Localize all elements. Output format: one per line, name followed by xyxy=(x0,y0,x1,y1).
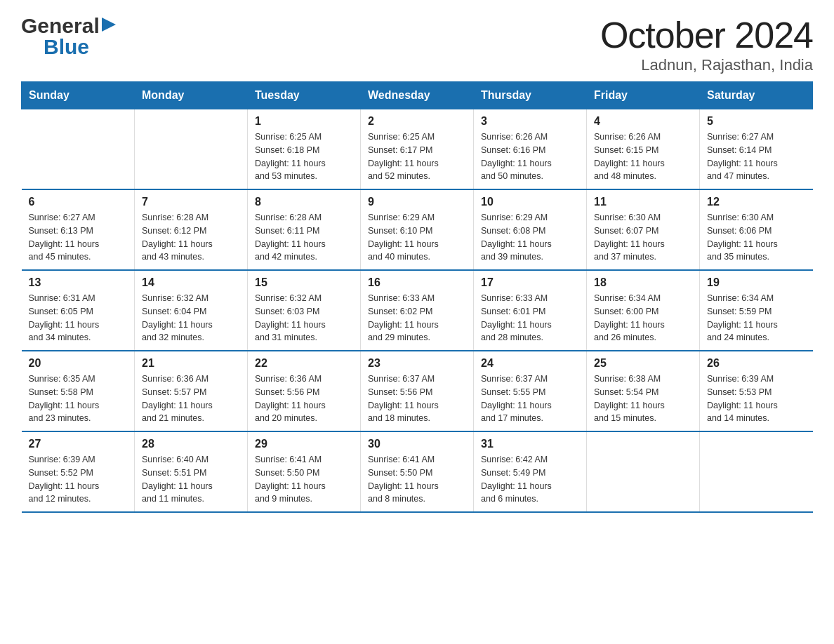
day-number: 5 xyxy=(707,115,806,128)
calendar-cell: 25Sunrise: 6:38 AM Sunset: 5:54 PM Dayli… xyxy=(587,351,700,431)
logo-general-text: General xyxy=(21,14,100,38)
day-info: Sunrise: 6:26 AM Sunset: 6:15 PM Dayligh… xyxy=(594,130,692,183)
title-section: October 2024 Ladnun, Rajasthan, India xyxy=(600,14,813,74)
day-number: 21 xyxy=(142,357,240,370)
calendar-cell: 19Sunrise: 6:34 AM Sunset: 5:59 PM Dayli… xyxy=(700,270,813,351)
calendar-header-row: SundayMondayTuesdayWednesdayThursdayFrid… xyxy=(22,82,813,109)
day-number: 31 xyxy=(481,438,579,450)
day-number: 11 xyxy=(594,196,692,208)
day-number: 20 xyxy=(29,357,128,370)
calendar-week-row: 6Sunrise: 6:27 AM Sunset: 6:13 PM Daylig… xyxy=(22,189,813,270)
calendar-week-row: 20Sunrise: 6:35 AM Sunset: 5:58 PM Dayli… xyxy=(22,351,813,431)
calendar-cell: 13Sunrise: 6:31 AM Sunset: 6:05 PM Dayli… xyxy=(22,270,135,351)
day-number: 8 xyxy=(255,196,353,208)
page-header: General Blue October 2024 Ladnun, Rajast… xyxy=(21,14,813,74)
day-info: Sunrise: 6:28 AM Sunset: 6:12 PM Dayligh… xyxy=(142,211,240,264)
day-number: 18 xyxy=(594,276,692,289)
day-number: 12 xyxy=(707,196,806,208)
calendar-cell: 5Sunrise: 6:27 AM Sunset: 6:14 PM Daylig… xyxy=(700,109,813,190)
header-day-thursday: Thursday xyxy=(474,82,587,109)
day-number: 23 xyxy=(368,357,466,370)
calendar-cell: 4Sunrise: 6:26 AM Sunset: 6:15 PM Daylig… xyxy=(587,109,700,190)
day-info: Sunrise: 6:26 AM Sunset: 6:16 PM Dayligh… xyxy=(481,130,579,183)
day-info: Sunrise: 6:37 AM Sunset: 5:56 PM Dayligh… xyxy=(368,373,466,425)
day-number: 17 xyxy=(481,276,579,289)
day-info: Sunrise: 6:33 AM Sunset: 6:02 PM Dayligh… xyxy=(368,292,466,344)
day-number: 27 xyxy=(29,438,128,450)
calendar-cell: 7Sunrise: 6:28 AM Sunset: 6:12 PM Daylig… xyxy=(135,189,248,270)
calendar-cell xyxy=(135,109,248,190)
day-info: Sunrise: 6:32 AM Sunset: 6:03 PM Dayligh… xyxy=(255,292,353,344)
calendar-cell: 29Sunrise: 6:41 AM Sunset: 5:50 PM Dayli… xyxy=(248,431,361,512)
day-info: Sunrise: 6:29 AM Sunset: 6:08 PM Dayligh… xyxy=(481,211,579,264)
header-day-sunday: Sunday xyxy=(22,82,135,109)
day-number: 6 xyxy=(29,196,128,208)
calendar-cell: 28Sunrise: 6:40 AM Sunset: 5:51 PM Dayli… xyxy=(135,431,248,512)
calendar-cell xyxy=(700,431,813,512)
calendar-cell: 3Sunrise: 6:26 AM Sunset: 6:16 PM Daylig… xyxy=(474,109,587,190)
day-info: Sunrise: 6:40 AM Sunset: 5:51 PM Dayligh… xyxy=(142,453,240,506)
day-number: 28 xyxy=(142,438,240,450)
day-number: 14 xyxy=(142,276,240,289)
header-day-saturday: Saturday xyxy=(700,82,813,109)
day-number: 10 xyxy=(481,196,579,208)
day-info: Sunrise: 6:31 AM Sunset: 6:05 PM Dayligh… xyxy=(29,292,128,344)
day-number: 2 xyxy=(368,115,466,128)
day-number: 30 xyxy=(368,438,466,450)
calendar-table: SundayMondayTuesdayWednesdayThursdayFrid… xyxy=(21,81,813,513)
svg-marker-0 xyxy=(102,18,116,32)
day-info: Sunrise: 6:33 AM Sunset: 6:01 PM Dayligh… xyxy=(481,292,579,344)
day-info: Sunrise: 6:41 AM Sunset: 5:50 PM Dayligh… xyxy=(368,453,466,506)
month-title: October 2024 xyxy=(600,14,813,56)
calendar-cell: 27Sunrise: 6:39 AM Sunset: 5:52 PM Dayli… xyxy=(22,431,135,512)
day-number: 25 xyxy=(594,357,692,370)
day-info: Sunrise: 6:36 AM Sunset: 5:57 PM Dayligh… xyxy=(142,373,240,425)
day-info: Sunrise: 6:41 AM Sunset: 5:50 PM Dayligh… xyxy=(255,453,353,506)
day-info: Sunrise: 6:29 AM Sunset: 6:10 PM Dayligh… xyxy=(368,211,466,264)
day-info: Sunrise: 6:37 AM Sunset: 5:55 PM Dayligh… xyxy=(481,373,579,425)
calendar-cell: 26Sunrise: 6:39 AM Sunset: 5:53 PM Dayli… xyxy=(700,351,813,431)
calendar-cell: 30Sunrise: 6:41 AM Sunset: 5:50 PM Dayli… xyxy=(361,431,474,512)
day-number: 13 xyxy=(29,276,128,289)
day-info: Sunrise: 6:30 AM Sunset: 6:07 PM Dayligh… xyxy=(594,211,692,264)
day-info: Sunrise: 6:42 AM Sunset: 5:49 PM Dayligh… xyxy=(481,453,579,506)
calendar-cell: 21Sunrise: 6:36 AM Sunset: 5:57 PM Dayli… xyxy=(135,351,248,431)
calendar-week-row: 1Sunrise: 6:25 AM Sunset: 6:18 PM Daylig… xyxy=(22,109,813,190)
day-info: Sunrise: 6:39 AM Sunset: 5:53 PM Dayligh… xyxy=(707,373,806,425)
day-number: 9 xyxy=(368,196,466,208)
day-number: 19 xyxy=(707,276,806,289)
day-number: 16 xyxy=(368,276,466,289)
calendar-cell: 16Sunrise: 6:33 AM Sunset: 6:02 PM Dayli… xyxy=(361,270,474,351)
calendar-cell: 20Sunrise: 6:35 AM Sunset: 5:58 PM Dayli… xyxy=(22,351,135,431)
day-info: Sunrise: 6:27 AM Sunset: 6:14 PM Dayligh… xyxy=(707,130,806,183)
calendar-cell: 10Sunrise: 6:29 AM Sunset: 6:08 PM Dayli… xyxy=(474,189,587,270)
header-day-tuesday: Tuesday xyxy=(248,82,361,109)
calendar-week-row: 13Sunrise: 6:31 AM Sunset: 6:05 PM Dayli… xyxy=(22,270,813,351)
day-info: Sunrise: 6:39 AM Sunset: 5:52 PM Dayligh… xyxy=(29,453,128,506)
calendar-cell: 17Sunrise: 6:33 AM Sunset: 6:01 PM Dayli… xyxy=(474,270,587,351)
day-number: 15 xyxy=(255,276,353,289)
calendar-cell: 2Sunrise: 6:25 AM Sunset: 6:17 PM Daylig… xyxy=(361,109,474,190)
day-info: Sunrise: 6:30 AM Sunset: 6:06 PM Dayligh… xyxy=(707,211,806,264)
calendar-cell: 6Sunrise: 6:27 AM Sunset: 6:13 PM Daylig… xyxy=(22,189,135,270)
calendar-cell: 9Sunrise: 6:29 AM Sunset: 6:10 PM Daylig… xyxy=(361,189,474,270)
location-title: Ladnun, Rajasthan, India xyxy=(600,56,813,74)
header-day-monday: Monday xyxy=(135,82,248,109)
day-info: Sunrise: 6:28 AM Sunset: 6:11 PM Dayligh… xyxy=(255,211,353,264)
calendar-cell xyxy=(587,431,700,512)
header-day-wednesday: Wednesday xyxy=(361,82,474,109)
day-number: 24 xyxy=(481,357,579,370)
day-info: Sunrise: 6:34 AM Sunset: 6:00 PM Dayligh… xyxy=(594,292,692,344)
calendar-cell: 1Sunrise: 6:25 AM Sunset: 6:18 PM Daylig… xyxy=(248,109,361,190)
day-number: 29 xyxy=(255,438,353,450)
day-info: Sunrise: 6:32 AM Sunset: 6:04 PM Dayligh… xyxy=(142,292,240,344)
calendar-week-row: 27Sunrise: 6:39 AM Sunset: 5:52 PM Dayli… xyxy=(22,431,813,512)
header-day-friday: Friday xyxy=(587,82,700,109)
calendar-cell: 24Sunrise: 6:37 AM Sunset: 5:55 PM Dayli… xyxy=(474,351,587,431)
day-number: 1 xyxy=(255,115,353,128)
calendar-cell: 31Sunrise: 6:42 AM Sunset: 5:49 PM Dayli… xyxy=(474,431,587,512)
day-number: 26 xyxy=(707,357,806,370)
day-info: Sunrise: 6:38 AM Sunset: 5:54 PM Dayligh… xyxy=(594,373,692,425)
calendar-cell: 22Sunrise: 6:36 AM Sunset: 5:56 PM Dayli… xyxy=(248,351,361,431)
logo-blue-text: Blue xyxy=(44,35,89,58)
